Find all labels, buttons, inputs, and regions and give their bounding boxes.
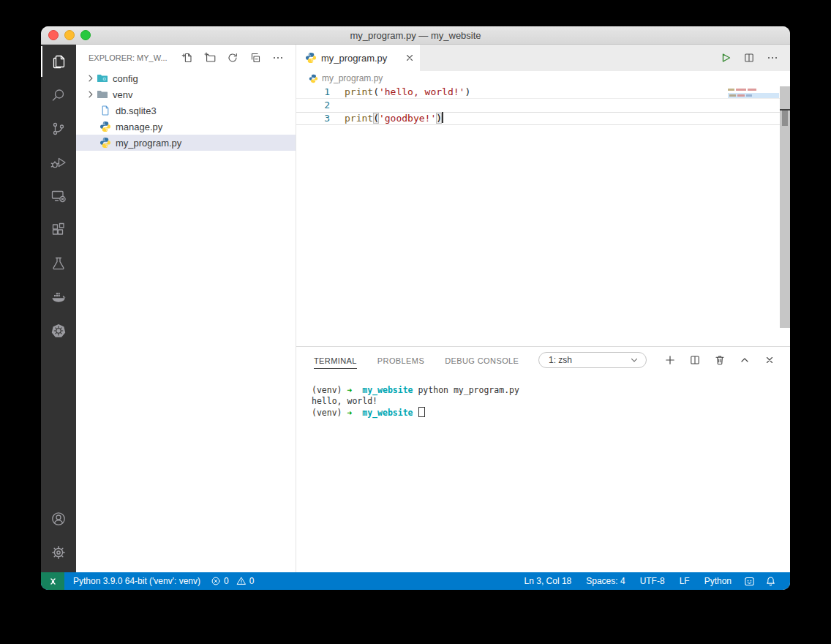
activity-extensions[interactable] bbox=[41, 213, 76, 247]
chevron-right-icon bbox=[85, 72, 97, 84]
tree-item-manage-py[interactable]: manage.py bbox=[76, 119, 296, 135]
run-python-file-icon[interactable] bbox=[720, 52, 732, 64]
feedback-icon bbox=[744, 576, 755, 587]
terminal-panel: TERMINAL PROBLEMS DEBUG CONSOLE 1: zsh bbox=[296, 346, 790, 574]
code-line[interactable]: 3print('goodbye!') bbox=[296, 112, 790, 125]
scrollbar-thumb[interactable] bbox=[782, 111, 788, 126]
terminal-output[interactable]: (venv) ➜ my_website python my_program.py… bbox=[296, 373, 790, 574]
eol-status[interactable]: LF bbox=[672, 576, 697, 586]
split-terminal-icon[interactable] bbox=[689, 354, 701, 366]
breadcrumb-item[interactable]: my_program.py bbox=[322, 73, 383, 83]
close-panel-icon[interactable] bbox=[764, 354, 775, 366]
terminal-line: (venv) ➜ my_website python my_program.py bbox=[312, 385, 790, 396]
warning-icon bbox=[236, 576, 247, 586]
activity-run-debug[interactable] bbox=[41, 146, 76, 179]
refresh-icon[interactable] bbox=[227, 52, 238, 64]
error-icon bbox=[211, 576, 221, 586]
tab-bar: my_program.py bbox=[296, 45, 790, 71]
traffic-lights bbox=[41, 30, 91, 40]
encoding-status[interactable]: UTF-8 bbox=[633, 576, 672, 586]
minimap[interactable] bbox=[728, 87, 779, 98]
account-icon bbox=[50, 510, 67, 528]
remote-icon bbox=[48, 576, 59, 587]
extensions-icon bbox=[50, 221, 67, 239]
python-icon bbox=[305, 52, 317, 64]
activity-search[interactable] bbox=[41, 78, 76, 112]
code-line[interactable]: 2 bbox=[296, 99, 790, 112]
problems-status[interactable]: 0 0 bbox=[206, 576, 258, 586]
editor-scrollbar[interactable] bbox=[780, 86, 790, 328]
activity-remote-explorer[interactable] bbox=[41, 179, 76, 213]
feedback-button[interactable] bbox=[739, 576, 760, 587]
line-number: 1 bbox=[296, 86, 330, 99]
breadcrumb[interactable]: my_program.py bbox=[296, 71, 790, 86]
docker-icon bbox=[50, 288, 67, 306]
status-bar: Python 3.9.0 64-bit ('venv': venv) 0 0 L… bbox=[41, 572, 790, 590]
activity-docker[interactable] bbox=[41, 280, 76, 314]
more-actions-icon[interactable] bbox=[767, 52, 778, 64]
title-bar[interactable]: my_program.py — my_website bbox=[41, 26, 790, 45]
kill-terminal-icon[interactable] bbox=[714, 354, 726, 366]
eol-label: LF bbox=[680, 576, 690, 586]
explorer-icon bbox=[50, 53, 67, 70]
activity-source-control[interactable] bbox=[41, 112, 76, 146]
tab-label: my_program.py bbox=[321, 53, 399, 64]
error-count: 0 bbox=[224, 576, 229, 586]
close-icon[interactable] bbox=[404, 52, 416, 64]
encoding-label: UTF-8 bbox=[640, 576, 665, 586]
file-tree: config venv db.sqlite3 manage.py bbox=[76, 70, 296, 151]
chevron-right-icon bbox=[85, 89, 97, 100]
new-file-icon[interactable] bbox=[181, 52, 193, 64]
cursor-position-label: Ln 3, Col 18 bbox=[524, 576, 572, 586]
indentation-status[interactable]: Spaces: 4 bbox=[579, 576, 632, 586]
notifications-button[interactable] bbox=[760, 576, 781, 587]
python-interpreter-status[interactable]: Python 3.9.0 64-bit ('venv': venv) bbox=[64, 572, 206, 590]
python-icon bbox=[99, 121, 111, 132]
new-terminal-icon[interactable] bbox=[664, 354, 676, 366]
cursor-position-status[interactable]: Ln 3, Col 18 bbox=[517, 576, 579, 586]
maximize-panel-icon[interactable] bbox=[739, 354, 751, 366]
explorer-sidebar: EXPLORER: MY_W... config bbox=[76, 45, 296, 572]
split-editor-icon[interactable] bbox=[743, 52, 755, 64]
panel-header: TERMINAL PROBLEMS DEBUG CONSOLE 1: zsh bbox=[296, 347, 790, 373]
shell-select-value: 1: zsh bbox=[549, 355, 629, 365]
zoom-window-button[interactable] bbox=[80, 30, 91, 40]
tree-item-label: my_program.py bbox=[116, 138, 181, 149]
tab-debug-console[interactable]: DEBUG CONSOLE bbox=[445, 348, 519, 372]
minimize-window-button[interactable] bbox=[64, 30, 75, 40]
tree-item-venv[interactable]: venv bbox=[76, 86, 296, 102]
more-actions-icon[interactable] bbox=[272, 52, 284, 64]
bell-icon bbox=[765, 576, 776, 587]
python-icon bbox=[99, 137, 111, 149]
chevron-down-icon bbox=[629, 355, 639, 365]
tree-item-db-sqlite3[interactable]: db.sqlite3 bbox=[76, 102, 296, 119]
tree-item-label: config bbox=[113, 73, 138, 84]
tree-item-my-program-py[interactable]: my_program.py bbox=[76, 135, 296, 151]
close-window-button[interactable] bbox=[48, 30, 59, 40]
indentation-label: Spaces: 4 bbox=[586, 576, 625, 586]
tree-item-label: venv bbox=[113, 89, 132, 100]
window-title: my_program.py — my_website bbox=[41, 30, 790, 41]
activity-account[interactable] bbox=[41, 502, 76, 536]
terminal-line: hello, world! bbox=[312, 396, 790, 407]
tree-item-config[interactable]: config bbox=[76, 70, 296, 86]
activity-testing[interactable] bbox=[41, 247, 76, 280]
language-mode-status[interactable]: Python bbox=[697, 576, 739, 586]
activity-explorer[interactable] bbox=[41, 45, 76, 78]
new-folder-icon[interactable] bbox=[204, 52, 216, 64]
remote-indicator[interactable] bbox=[41, 572, 64, 590]
tab-my-program-py[interactable]: my_program.py bbox=[296, 45, 420, 71]
code-line[interactable]: 1print('hello, world!') bbox=[296, 86, 790, 99]
collapse-all-icon[interactable] bbox=[249, 52, 261, 64]
activity-kubernetes[interactable] bbox=[41, 314, 76, 348]
remote-explorer-icon bbox=[50, 187, 67, 205]
folder-icon bbox=[97, 89, 108, 100]
code-editor[interactable]: 1print('hello, world!')23print('goodbye!… bbox=[296, 86, 790, 346]
vscode-window: my_program.py — my_website bbox=[41, 26, 790, 590]
tab-problems[interactable]: PROBLEMS bbox=[377, 348, 424, 372]
tree-item-label: db.sqlite3 bbox=[116, 105, 157, 116]
activity-settings[interactable] bbox=[41, 536, 76, 569]
config-folder-icon bbox=[97, 72, 108, 84]
terminal-shell-select[interactable]: 1: zsh bbox=[538, 352, 647, 368]
tab-terminal[interactable]: TERMINAL bbox=[314, 348, 357, 372]
